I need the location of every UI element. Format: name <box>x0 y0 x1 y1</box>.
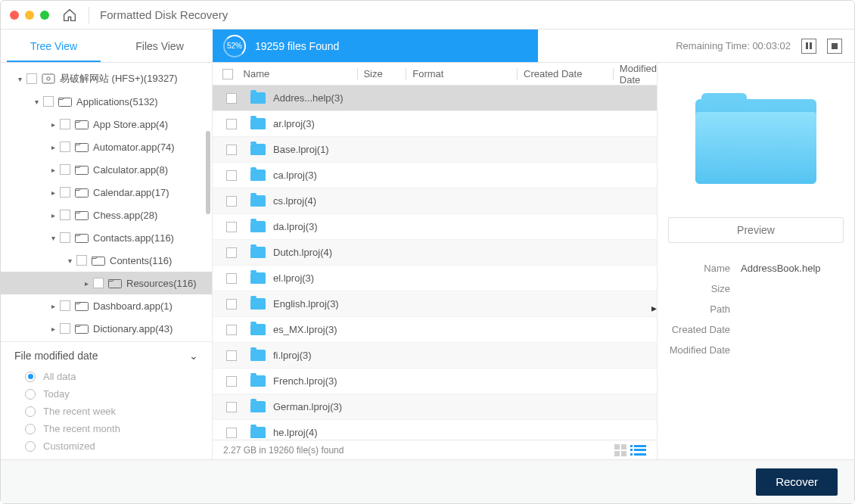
tree-checkbox[interactable] <box>76 255 87 266</box>
grid-view-icon[interactable] <box>614 444 626 456</box>
tree-node[interactable]: ▾易破解网站 (HFS+)(19327) <box>1 67 212 90</box>
table-row[interactable]: German.lproj(3) <box>213 394 657 420</box>
table-row[interactable]: ca.lproj(3) <box>213 163 657 188</box>
table-row[interactable]: da.lproj(3) <box>213 214 657 240</box>
expand-arrow-icon[interactable]: ▸ <box>48 211 58 219</box>
tree-node[interactable]: ▸Automator.app(74) <box>1 135 212 158</box>
table-row[interactable]: ar.lproj(3) <box>213 111 657 137</box>
row-checkbox[interactable] <box>226 222 237 232</box>
tree-node[interactable]: ▸Dashboard.app(1) <box>1 294 212 317</box>
tab-tree-view[interactable]: Tree View <box>1 30 107 62</box>
table-row[interactable]: Addres...help(3) <box>213 86 657 111</box>
file-rows[interactable]: Addres...help(3)ar.lproj(3)Base.lproj(1)… <box>213 86 657 440</box>
select-all-checkbox[interactable] <box>222 69 233 79</box>
tree-node[interactable]: ▾Contents(116) <box>1 249 212 272</box>
status-text: 2.27 GB in 19260 file(s) found <box>223 445 344 456</box>
expand-arrow-icon[interactable]: ▸ <box>48 143 58 151</box>
meta-name-label: Name <box>668 263 741 274</box>
filter-option[interactable]: Today <box>14 385 198 403</box>
expand-arrow-icon[interactable]: ▸ <box>81 279 92 288</box>
row-checkbox[interactable] <box>226 170 237 181</box>
table-row[interactable]: el.lproj(3) <box>213 266 657 291</box>
filter-option[interactable]: Customized <box>14 437 198 455</box>
folder-preview-icon <box>695 93 816 184</box>
filter-option[interactable]: All data <box>14 368 198 385</box>
table-row[interactable]: cs.lproj(4) <box>213 188 657 214</box>
folder-icon <box>250 350 266 361</box>
expand-arrow-icon[interactable]: ▾ <box>64 257 75 265</box>
preview-button[interactable]: Preview <box>668 217 844 243</box>
table-row[interactable]: he.lproj(4) <box>213 420 657 440</box>
col-format[interactable]: Format <box>412 68 517 79</box>
row-checkbox[interactable] <box>226 273 237 284</box>
tree-checkbox[interactable] <box>93 278 104 288</box>
row-checkbox[interactable] <box>226 119 237 129</box>
filter-option[interactable]: The recent month <box>14 420 198 437</box>
row-checkbox[interactable] <box>226 325 237 335</box>
table-row[interactable]: Dutch.lproj(4) <box>213 240 657 266</box>
tree-node[interactable]: ▾Applications(5132) <box>1 90 212 113</box>
tree-checkbox[interactable] <box>60 142 70 152</box>
list-view-icon[interactable] <box>634 445 646 456</box>
tree-node[interactable]: ▸App Store.app(4) <box>1 113 212 135</box>
tree-checkbox[interactable] <box>60 232 70 243</box>
tree-node[interactable]: ▸Chess.app(28) <box>1 204 212 226</box>
col-name[interactable]: Name <box>244 68 357 79</box>
row-checkbox[interactable] <box>226 402 237 412</box>
minimize-window-button[interactable] <box>25 11 34 20</box>
expand-arrow-icon[interactable]: ▾ <box>48 234 58 242</box>
row-checkbox[interactable] <box>226 350 237 361</box>
expand-arrow-icon[interactable]: ▸ <box>48 325 58 333</box>
tree-checkbox[interactable] <box>60 210 70 220</box>
col-created[interactable]: Created Date <box>524 68 613 79</box>
scrollbar-thumb[interactable] <box>206 131 210 214</box>
tab-files-view[interactable]: Files View <box>107 30 213 62</box>
row-checkbox[interactable] <box>226 247 237 258</box>
remaining-label: Remaining Time: 00:03:02 <box>676 40 791 51</box>
filter-header[interactable]: File modified date ⌄ <box>14 350 198 362</box>
recover-button[interactable]: Recover <box>756 468 838 496</box>
row-checkbox[interactable] <box>226 196 237 207</box>
tree-node-label: App Store.app(4) <box>93 119 168 130</box>
row-checkbox[interactable] <box>226 428 237 438</box>
row-checkbox[interactable] <box>226 376 237 387</box>
expand-arrow-icon[interactable]: ▸ <box>48 120 58 129</box>
col-modified[interactable]: Modified Date <box>620 63 657 86</box>
home-icon[interactable] <box>61 7 78 23</box>
tree-node[interactable]: ▸Calendar.app(17) <box>1 181 212 204</box>
tree-checkbox[interactable] <box>60 323 70 334</box>
filter-option[interactable]: The recent week <box>14 403 198 420</box>
tree-node[interactable]: ▸Resources(116) <box>1 272 212 294</box>
file-list-panel: Name Size Format Created Date Modified D… <box>213 63 658 459</box>
expand-arrow-icon[interactable]: ▾ <box>31 98 42 106</box>
tree-node[interactable]: ▸Calculator.app(8) <box>1 158 212 181</box>
table-row[interactable]: es_MX.lproj(3) <box>213 317 657 343</box>
expand-arrow-icon[interactable]: ▸ <box>48 188 58 197</box>
pause-button[interactable] <box>801 39 816 54</box>
stop-button[interactable] <box>827 39 842 54</box>
folder-tree[interactable]: ▾易破解网站 (HFS+)(19327)▾Applications(5132)▸… <box>1 63 212 341</box>
folder-outline-icon <box>75 323 89 334</box>
tree-checkbox[interactable] <box>60 300 70 311</box>
table-row[interactable]: fi.lproj(3) <box>213 343 657 369</box>
tree-checkbox[interactable] <box>60 164 70 175</box>
tree-checkbox[interactable] <box>26 73 37 84</box>
table-row[interactable]: English.lproj(3) <box>213 291 657 317</box>
col-size[interactable]: Size <box>363 68 406 79</box>
tree-checkbox[interactable] <box>60 187 70 198</box>
maximize-window-button[interactable] <box>40 11 49 20</box>
row-checkbox[interactable] <box>226 93 237 104</box>
expand-arrow-icon[interactable]: ▾ <box>14 75 25 83</box>
table-row[interactable]: Base.lproj(1) <box>213 137 657 163</box>
tree-checkbox[interactable] <box>60 119 70 129</box>
tree-checkbox[interactable] <box>43 96 54 107</box>
close-window-button[interactable] <box>10 11 19 20</box>
table-row[interactable]: French.lproj(3) <box>213 369 657 394</box>
expand-arrow-icon[interactable]: ▸ <box>48 302 58 310</box>
row-checkbox[interactable] <box>226 299 237 310</box>
expand-handle-icon[interactable]: ▸ <box>651 297 658 319</box>
tree-node[interactable]: ▸Dictionary.app(43) <box>1 317 212 340</box>
row-checkbox[interactable] <box>226 145 237 155</box>
expand-arrow-icon[interactable]: ▸ <box>48 166 58 174</box>
tree-node[interactable]: ▾Contacts.app(116) <box>1 226 212 249</box>
